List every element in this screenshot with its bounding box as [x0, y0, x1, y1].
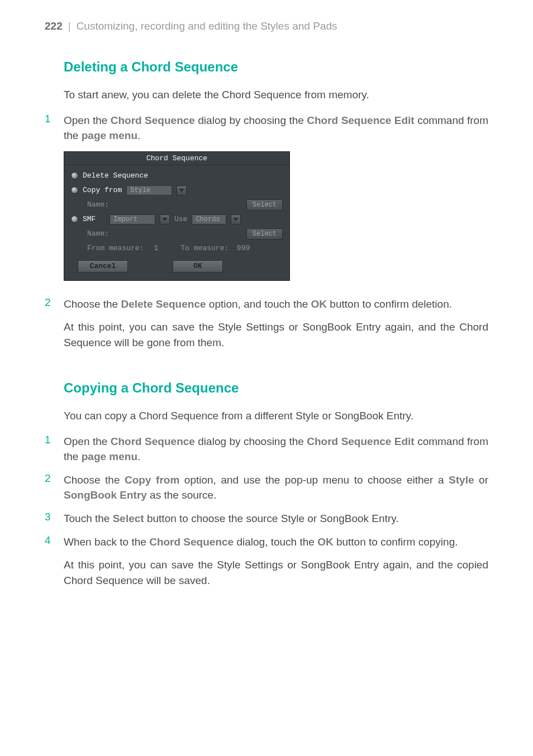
step-body: Open the Chord Sequence dialog by choosi…: [64, 434, 488, 465]
text: Open the: [64, 436, 111, 447]
section2-step3: 3 Touch the Select button to choose the …: [45, 511, 488, 527]
text: .: [137, 451, 140, 462]
header-separator: |: [68, 20, 71, 32]
page-header: 222 | Customizing, recording and editing…: [45, 20, 488, 32]
dialog-screenshot: Chord Sequence Delete Sequence Copy from…: [64, 151, 488, 281]
text: Choose the: [64, 474, 125, 486]
section2-intro: You can copy a Chord Sequence from a dif…: [64, 408, 488, 424]
term-page-menu: page menu: [82, 451, 137, 462]
step-number: 2: [45, 296, 64, 312]
use-dropdown[interactable]: [231, 214, 241, 224]
step-number: 4: [45, 534, 64, 550]
delete-sequence-label: Delete Sequence: [83, 171, 148, 180]
ok-button[interactable]: OK: [173, 260, 223, 272]
from-measure-value: 1: [148, 244, 158, 252]
term-chord-sequence: Chord Sequence: [111, 114, 195, 126]
radio-delete-sequence[interactable]: [71, 172, 78, 179]
term-ok: OK: [311, 298, 327, 310]
header-title: Customizing, recording and editing the S…: [77, 20, 337, 32]
section1-step2: 2 Choose the Delete Sequence option, and…: [45, 296, 488, 312]
smf-value[interactable]: Import: [110, 214, 155, 224]
select-button-2[interactable]: Select: [246, 228, 283, 240]
section1-after: At this point, you can save the Style Se…: [64, 319, 488, 350]
text: Touch the: [64, 513, 113, 524]
smf-dropdown[interactable]: [160, 214, 170, 224]
step-number: 2: [45, 472, 64, 503]
term-delete-sequence: Delete Sequence: [121, 298, 206, 310]
chevron-down-icon: [233, 218, 239, 221]
text: .: [137, 130, 140, 141]
text: button to confirm copying.: [334, 536, 458, 548]
text: button to confirm deletion.: [327, 298, 452, 310]
text: or: [474, 474, 488, 486]
text: When back to the: [64, 536, 149, 548]
chevron-down-icon: [179, 189, 184, 192]
step-number: 3: [45, 511, 64, 527]
copy-from-value[interactable]: Style: [126, 185, 172, 195]
to-measure-label: To measure:: [180, 244, 229, 252]
select-button-1[interactable]: Select: [246, 199, 283, 210]
use-label: Use: [174, 215, 187, 223]
smf-label: SMF: [83, 215, 105, 223]
step-body: Touch the Select button to choose the so…: [64, 511, 488, 527]
name2-label: Name:: [87, 229, 109, 238]
step-body: When back to the Chord Sequence dialog, …: [64, 534, 488, 550]
term-page-menu: page menu: [82, 130, 137, 141]
section2-step1: 1 Open the Chord Sequence dialog by choo…: [45, 434, 488, 465]
section2-step4: 4 When back to the Chord Sequence dialog…: [45, 534, 488, 550]
text: Open the: [64, 114, 111, 126]
radio-smf[interactable]: [71, 216, 78, 223]
to-measure-value: 999: [233, 244, 250, 252]
step-body: Open the Chord Sequence dialog by choosi…: [64, 113, 488, 143]
text: dialog, touch the: [234, 536, 317, 548]
section2-after: At this point, you can save the Style Se…: [64, 557, 488, 588]
term-chord-sequence: Chord Sequence: [111, 436, 195, 447]
copy-from-dropdown[interactable]: [177, 185, 187, 195]
copy-from-label: Copy from: [83, 186, 122, 194]
dialog-title: Chord Sequence: [64, 152, 289, 165]
name1-label: Name:: [87, 200, 109, 209]
from-measure-label: From measure:: [87, 244, 144, 252]
section-heading-deleting: Deleting a Chord Sequence: [64, 59, 488, 75]
chevron-down-icon: [162, 218, 168, 221]
step-body: Choose the Delete Sequence option, and t…: [64, 296, 488, 312]
cancel-button[interactable]: Cancel: [78, 260, 128, 272]
step-number: 1: [45, 434, 64, 465]
use-value[interactable]: Chords: [192, 214, 226, 224]
term-chord-sequence: Chord Sequence: [149, 536, 234, 548]
step-number: 1: [45, 113, 64, 143]
text: button to choose the source Style or Son…: [144, 513, 399, 524]
section2-step2: 2 Choose the Copy from option, and use t…: [45, 472, 488, 503]
term-select: Select: [113, 513, 144, 524]
term-songbook-entry: SongBook Entry: [64, 489, 147, 501]
section1-step1: 1 Open the Chord Sequence dialog by choo…: [45, 113, 488, 143]
text: as the source.: [147, 489, 217, 501]
text: option, and touch the: [206, 298, 311, 310]
term-copy-from: Copy from: [125, 474, 179, 486]
section1-intro: To start anew, you can delete the Chord …: [64, 87, 488, 103]
radio-copy-from[interactable]: [71, 186, 78, 194]
term-chord-sequence-edit: Chord Sequence Edit: [307, 436, 414, 447]
text: dialog by choosing the: [195, 436, 307, 447]
page-number: 222: [45, 20, 63, 32]
step-body: Choose the Copy from option, and use the…: [64, 472, 488, 503]
term-ok: OK: [317, 536, 334, 548]
text: option, and use the pop-up menu to choos…: [179, 474, 449, 486]
text: Choose the: [64, 298, 121, 310]
text: dialog by choosing the: [195, 114, 307, 126]
term-style: Style: [449, 474, 474, 486]
chord-sequence-dialog: Chord Sequence Delete Sequence Copy from…: [64, 151, 290, 281]
section-heading-copying: Copying a Chord Sequence: [64, 380, 488, 396]
term-chord-sequence-edit: Chord Sequence Edit: [307, 114, 414, 126]
